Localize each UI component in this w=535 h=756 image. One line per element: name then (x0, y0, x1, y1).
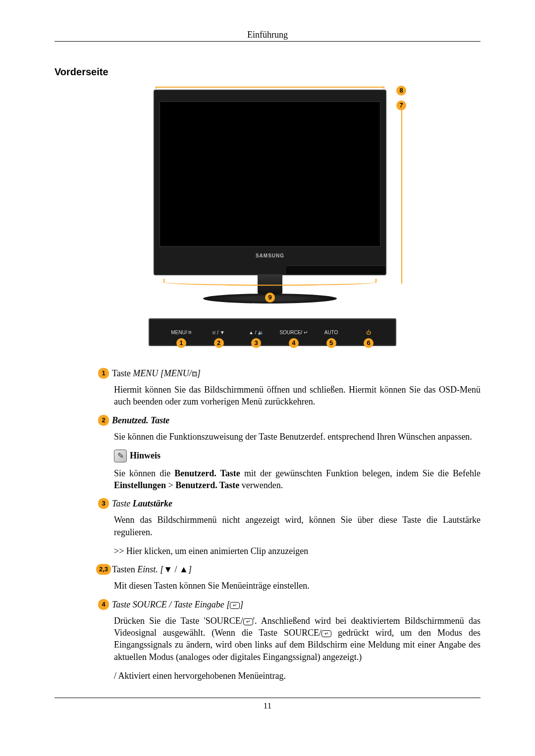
hinweis-label: Hinweis (130, 451, 160, 461)
monitor-body: SAMSUNG (154, 90, 386, 275)
item-3-title: Taste Lautstärke (112, 498, 172, 509)
physical-button-strip (286, 265, 385, 274)
callout-badge-5: 5 (326, 338, 336, 348)
page-number: 11 (264, 701, 271, 710)
item-4-title-row: 4 Taste SOURCE / Taste Eingabe [↵] (95, 599, 481, 610)
item-2-3-title: Tasten Einst. [] (112, 564, 192, 575)
page-footer: 11 (54, 698, 481, 711)
page-header: Einführung (54, 30, 481, 42)
button-legend-row: MENU/⧈ 1 ⎚ / ▼ 2 ▲ / 🔉 3 SOURCE/↵ 4 AUTO (149, 318, 396, 346)
legend-volume-up: ▲ / 🔉 3 (237, 330, 275, 335)
section-title-vorderseite: Vorderseite (54, 66, 481, 78)
triangle-up-icon (179, 564, 188, 574)
enter-icon: ↵ (230, 602, 240, 609)
hinweis-row: ✎ Hinweis (114, 450, 481, 462)
legend-power-icon: ⏻ 6 (350, 330, 387, 335)
item-4-paragraph-2: / Aktiviert einen hervorgehobenen Menüei… (114, 670, 481, 682)
item-3-paragraph-1: Wenn das Bildschirmmenü nicht angezeigt … (114, 514, 481, 538)
callout-badge-8: 8 (396, 86, 406, 96)
triangle-down-icon (163, 564, 172, 574)
monitor-screen (160, 101, 380, 247)
item-2-paragraph: Sie können die Funktionszuweisung der Ta… (114, 431, 481, 443)
front-view-figure: SAMSUNG 8 7 9 MENU/⧈ 1 ⎚ / ▼ 2 ▲ / (54, 86, 481, 348)
item-badge-4: 4 (98, 599, 109, 610)
callout-badge-1: 1 (176, 338, 186, 348)
item-4-paragraph-1: Drücken Sie die Taste 'SOURCE/↵'. Anschl… (114, 615, 481, 663)
legend-custom-down: ⎚ / ▼ 2 (200, 330, 238, 335)
legend-menu: MENU/⧈ 1 (162, 329, 200, 335)
item-1-paragraph: Hiermit können Sie das Bildschirmmenü öf… (114, 384, 481, 408)
callout-badge-6: 6 (364, 338, 374, 348)
callout-badge-9: 9 (265, 293, 275, 302)
brand-label: SAMSUNG (155, 253, 385, 258)
item-badge-1: 1 (98, 368, 109, 379)
legend-source: SOURCE/↵ 4 (275, 330, 313, 335)
item-badge-3: 3 (98, 498, 109, 509)
note-icon: ✎ (114, 450, 127, 462)
callout-badge-2: 2 (214, 338, 224, 348)
item-3-title-row: 3 Taste Lautstärke (95, 498, 481, 509)
enter-icon: ↵ (321, 630, 331, 637)
item-badge-2: 2 (98, 415, 109, 426)
item-2-title-row: 2 Benutzed. Taste (95, 415, 481, 426)
item-1-title-row: 1 Taste MENU [MENU/⧈] (95, 368, 481, 379)
item-2-hinweis-text: Sie können die Benutzerd. Taste mit der … (114, 467, 481, 492)
callout-badge-3: 3 (251, 338, 261, 348)
item-badge-2-3: 2,3 (96, 564, 111, 575)
item-1-title: Taste MENU [MENU/⧈] (112, 368, 201, 379)
item-2-3-title-row: 2,3 Tasten Einst. [] (95, 564, 481, 575)
legend-auto: AUTO 5 (313, 330, 350, 335)
item-2-3-paragraph: Mit diesen Tasten können Sie Menüeinträg… (114, 580, 481, 592)
description-list: 1 Taste MENU [MENU/⧈] Hiermit können Sie… (114, 368, 481, 682)
enter-icon: ↵ (243, 618, 253, 625)
item-4-title: Taste SOURCE / Taste Eingabe [↵] (112, 599, 243, 610)
callout-badge-4: 4 (289, 338, 299, 348)
item-2-title: Benutzed. Taste (112, 415, 169, 426)
item-3-paragraph-2: >> Hier klicken, um einen animierten Cli… (114, 545, 481, 557)
